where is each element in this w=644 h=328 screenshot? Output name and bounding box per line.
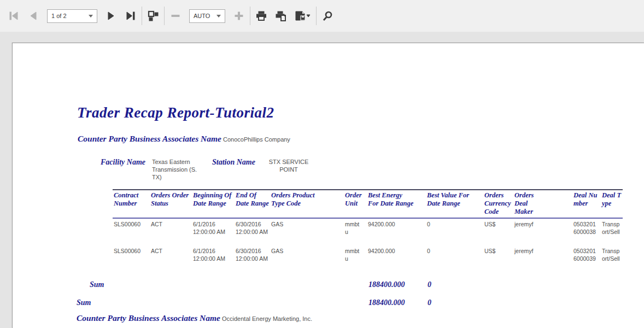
station-name-value: STX SERVICE POINT xyxy=(261,159,316,174)
cell-order-status: ACT xyxy=(150,245,192,273)
counter-party-value: ConocoPhillips Company xyxy=(223,136,290,143)
station-name-label: Station Name xyxy=(212,158,255,167)
facility-name-value: Texas Eastern Transmission (S. TX) xyxy=(152,159,207,181)
report-viewer-toolbar: 1 of 2 AUTO xyxy=(0,0,644,32)
back-to-parent-report-button[interactable] xyxy=(145,7,161,25)
toolbar-separator xyxy=(316,7,317,25)
sum-best-value: 0 xyxy=(428,280,431,289)
toolbar-separator xyxy=(142,7,142,25)
print-layout-button[interactable] xyxy=(273,7,289,25)
orders-table: Contract Number Orders Order Status Begi… xyxy=(113,189,623,273)
page-number-value: 1 of 2 xyxy=(51,13,67,19)
last-page-button[interactable] xyxy=(122,7,139,25)
find-button[interactable] xyxy=(319,7,336,25)
cell-begin-date: 6/1/2016 12:00:00 AM xyxy=(192,245,235,273)
back-to-parent-report-icon xyxy=(148,10,159,21)
cell-deal-number: 05032016000039 xyxy=(572,245,601,273)
chevron-down-icon xyxy=(216,15,221,17)
table-header-row: Contract Number Orders Order Status Begi… xyxy=(113,190,623,218)
next-page-button[interactable] xyxy=(103,7,119,25)
sum-label: Sum xyxy=(77,298,91,307)
chevron-down-icon xyxy=(89,15,93,17)
table-row: SLS00060 ACT 6/1/2016 12:00:00 AM 6/30/2… xyxy=(113,245,623,273)
toolbar-separator xyxy=(164,7,165,25)
col-header-orders-deal-maker: Orders Deal Maker xyxy=(513,190,572,218)
print-layout-icon xyxy=(276,11,286,21)
sum-best-value: 0 xyxy=(428,298,431,307)
counter-party-line: Counter Party Business Associates NameCo… xyxy=(78,134,290,144)
first-page-button[interactable] xyxy=(5,7,22,25)
cell-deal-maker: jeremyf xyxy=(513,218,572,245)
col-header-orders-order-status: Orders Order Status xyxy=(150,190,192,218)
report-title: Trader Recap Report-Tutorial2 xyxy=(77,104,274,121)
sum-label: Sum xyxy=(90,280,104,289)
cell-best-energy: 94200.000 xyxy=(367,245,426,273)
zoom-level-dropdown[interactable]: AUTO xyxy=(189,9,225,23)
next-page-icon xyxy=(107,11,115,20)
zoom-in-icon xyxy=(235,11,243,20)
cell-deal-number: 05032016000038 xyxy=(572,218,601,245)
cell-currency-code: US$ xyxy=(483,245,513,273)
cell-best-energy: 94200.000 xyxy=(367,218,426,245)
counter-party-value: Occidental Energy Marketing, Inc. xyxy=(222,315,312,322)
cell-order-unit: mmbtu xyxy=(344,218,367,245)
col-header-beginning-of-date-range: Beginning Of Date Range xyxy=(192,190,235,218)
next-counter-party-line: Counter Party Business Associates NameOc… xyxy=(77,313,312,323)
export-button[interactable] xyxy=(292,7,313,25)
zoom-out-button[interactable] xyxy=(167,7,184,25)
cell-contract-number: SLS00060 xyxy=(113,245,150,273)
col-header-orders-product-type-code: Orders Product Type Code xyxy=(270,190,344,218)
cell-order-unit: mmbtu xyxy=(344,245,367,273)
sum-best-energy: 188400.000 xyxy=(368,298,405,307)
cell-begin-date: 6/1/2016 12:00:00 AM xyxy=(192,218,235,245)
counter-party-label: Counter Party Business Associates Name xyxy=(78,134,221,143)
cell-product-type: GAS xyxy=(270,218,344,245)
cell-deal-type: Transport/Sell xyxy=(601,218,623,245)
zoom-in-button[interactable] xyxy=(231,7,247,25)
table-row: SLS00060 ACT 6/1/2016 12:00:00 AM 6/30/2… xyxy=(113,218,623,245)
cell-product-type: GAS xyxy=(270,245,344,273)
page-number-dropdown[interactable]: 1 of 2 xyxy=(47,9,97,23)
cell-order-status: ACT xyxy=(150,218,192,245)
report-page: Trader Recap Report-Tutorial2 Counter Pa… xyxy=(12,43,644,328)
cell-best-value: 0 xyxy=(426,245,483,273)
toolbar-separator xyxy=(250,7,250,25)
previous-page-button[interactable] xyxy=(25,7,42,25)
cell-end-date: 6/30/2016 12:00:00 AM xyxy=(235,245,270,273)
col-header-best-value-for-date-range: Best Value For Date Range xyxy=(426,190,483,218)
col-header-contract-number: Contract Number xyxy=(113,190,150,218)
print-button[interactable] xyxy=(253,7,270,25)
counter-party-label: Counter Party Business Associates Name xyxy=(77,313,220,323)
cell-best-value: 0 xyxy=(426,218,483,245)
export-icon xyxy=(295,11,311,21)
zoom-out-icon xyxy=(171,11,180,20)
cell-contract-number: SLS00060 xyxy=(113,218,150,245)
col-header-orders-currency-code: Orders Currency Code xyxy=(483,190,513,218)
facility-name-label: Facility Name xyxy=(101,158,145,167)
zoom-level-value: AUTO xyxy=(194,13,210,19)
first-page-icon xyxy=(9,11,19,20)
sum-best-energy: 188400.000 xyxy=(368,280,405,289)
col-header-order-unit: Order Unit xyxy=(344,190,367,218)
last-page-icon xyxy=(126,11,136,20)
col-header-deal-type: Deal Type xyxy=(601,190,623,218)
cell-end-date: 6/30/2016 12:00:00 AM xyxy=(235,218,270,245)
print-icon xyxy=(256,11,267,21)
cell-deal-maker: jeremyf xyxy=(513,245,572,273)
previous-page-icon xyxy=(29,11,38,20)
cell-currency-code: US$ xyxy=(483,218,513,245)
search-icon xyxy=(323,11,333,21)
col-header-deal-number: Deal Number xyxy=(572,190,601,218)
cell-deal-type: Transport/Sell xyxy=(601,245,623,273)
col-header-end-of-date-range: End Of Date Range xyxy=(235,190,270,218)
col-header-best-energy-for-date-range: Best Energy For Date Range xyxy=(367,190,426,218)
